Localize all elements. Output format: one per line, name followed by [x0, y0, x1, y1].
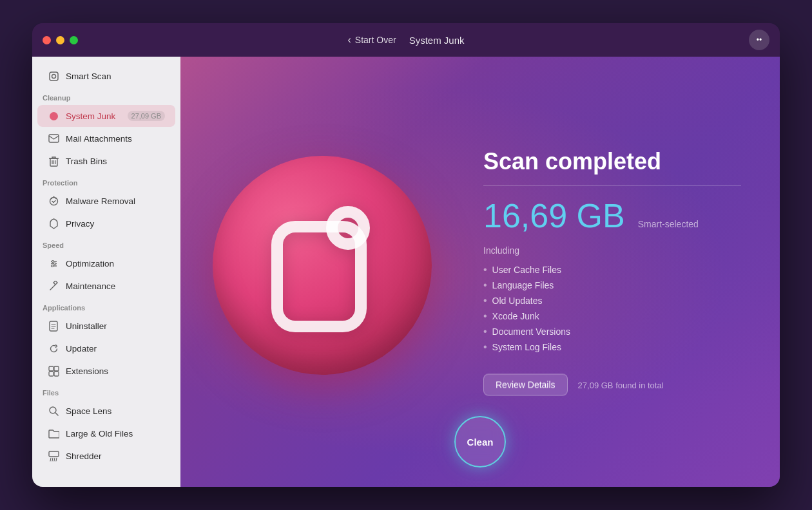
sidebar-item-trash-bins[interactable]: Trash Bins — [37, 150, 175, 172]
malware-icon — [48, 195, 59, 207]
svg-rect-21 — [54, 372, 59, 376]
start-over-label: Start Over — [355, 35, 396, 45]
orb — [213, 156, 432, 375]
svg-point-1 — [52, 74, 55, 78]
svg-line-26 — [52, 458, 53, 461]
trash-icon — [48, 155, 59, 167]
dots-icon: •• — [757, 35, 762, 44]
svg-rect-20 — [49, 372, 53, 376]
malware-removal-label: Malware Removal — [66, 196, 165, 206]
large-files-icon — [48, 428, 59, 439]
info-panel: Scan completed 16,69 GB Smart-selected I… — [483, 148, 741, 396]
sidebar-item-privacy[interactable]: Privacy — [37, 212, 175, 234]
clean-button[interactable]: Clean — [454, 416, 506, 468]
content-area: Scan completed 16,69 GB Smart-selected I… — [180, 57, 780, 487]
maintenance-label: Maintenance — [66, 281, 165, 291]
main-content: Smart Scan Cleanup System Junk 27,09 GB — [32, 57, 780, 487]
sidebar-item-large-old-files[interactable]: Large & Old Files — [37, 422, 175, 444]
found-total-text: 27,09 GB found in total — [578, 380, 664, 390]
system-junk-badge: 27,09 GB — [128, 111, 165, 121]
list-item: Old Updates — [483, 293, 741, 308]
extensions-label: Extensions — [66, 366, 165, 376]
including-label: Including — [483, 245, 741, 256]
sidebar-item-space-lens[interactable]: Space Lens — [37, 400, 175, 422]
sidebar-item-maintenance[interactable]: Maintenance — [37, 275, 175, 297]
scan-title: Scan completed — [483, 148, 741, 175]
system-junk-label: System Junk — [66, 111, 121, 121]
svg-point-8 — [50, 197, 52, 198]
svg-point-9 — [55, 197, 56, 198]
smart-scan-icon — [48, 70, 59, 82]
maintenance-icon — [48, 280, 59, 292]
section-label-applications: Applications — [32, 298, 180, 314]
divider — [483, 185, 741, 186]
main-window: ‹ Start Over System Junk •• Smart — [32, 23, 780, 487]
trash-bins-label: Trash Bins — [66, 156, 165, 166]
sidebar-item-updater[interactable]: Updater — [37, 337, 175, 359]
illustration — [213, 156, 445, 388]
svg-rect-24 — [49, 451, 59, 457]
svg-line-28 — [56, 458, 57, 461]
sidebar: Smart Scan Cleanup System Junk 27,09 GB — [32, 57, 180, 487]
smart-selected-label: Smart-selected — [638, 219, 699, 229]
size-value: 16,69 GB — [483, 199, 625, 232]
privacy-label: Privacy — [66, 219, 165, 229]
svg-point-2 — [50, 112, 58, 120]
more-options-button[interactable]: •• — [749, 30, 769, 50]
svg-rect-0 — [50, 72, 58, 80]
svg-point-15 — [53, 263, 55, 265]
minimize-button[interactable] — [56, 36, 64, 44]
sidebar-item-extensions[interactable]: Extensions — [37, 360, 175, 382]
clean-button-wrapper: Clean — [454, 416, 506, 468]
svg-rect-18 — [49, 366, 53, 371]
traffic-lights — [43, 36, 78, 44]
uninstaller-label: Uninstaller — [66, 321, 165, 331]
svg-line-23 — [55, 413, 58, 415]
list-item: Document Versions — [483, 324, 741, 339]
updater-label: Updater — [66, 344, 165, 354]
list-item: User Cache Files — [483, 262, 741, 278]
sidebar-item-malware-removal[interactable]: Malware Removal — [37, 190, 175, 212]
space-lens-icon — [48, 405, 59, 417]
junk-list: User Cache Files Language Files Old Upda… — [483, 262, 741, 355]
system-junk-icon — [48, 110, 59, 122]
extensions-icon — [48, 365, 59, 377]
svg-rect-3 — [49, 135, 59, 142]
mail-attachments-label: Mail Attachments — [66, 134, 165, 144]
sidebar-item-mail-attachments[interactable]: Mail Attachments — [37, 128, 175, 149]
start-over-button[interactable]: ‹ Start Over — [348, 34, 396, 46]
list-item: System Log Files — [483, 339, 741, 355]
updater-icon — [48, 343, 59, 354]
svg-point-14 — [52, 260, 53, 262]
large-old-files-label: Large & Old Files — [66, 429, 165, 439]
sidebar-item-shredder[interactable]: Shredder — [37, 445, 175, 467]
svg-line-25 — [50, 458, 51, 461]
shredder-label: Shredder — [66, 451, 165, 461]
shredder-icon — [48, 450, 59, 462]
optimization-icon — [48, 258, 59, 269]
sidebar-item-system-junk[interactable]: System Junk 27,09 GB — [37, 105, 175, 127]
sidebar-item-uninstaller[interactable]: Uninstaller — [37, 315, 175, 337]
titlebar-center: ‹ Start Over System Junk — [348, 34, 465, 46]
titlebar: ‹ Start Over System Junk •• — [32, 23, 780, 57]
close-button[interactable] — [43, 36, 51, 44]
section-label-cleanup: Cleanup — [32, 88, 180, 104]
svg-line-27 — [54, 458, 55, 461]
privacy-icon — [48, 218, 59, 229]
section-label-files: Files — [32, 382, 180, 399]
svg-point-16 — [51, 265, 53, 267]
svg-point-10 — [53, 196, 54, 197]
optimization-label: Optimization — [66, 259, 165, 269]
smart-scan-label: Smart Scan — [66, 71, 165, 81]
sidebar-item-optimization[interactable]: Optimization — [37, 252, 175, 274]
chevron-left-icon: ‹ — [348, 34, 351, 46]
section-label-speed: Speed — [32, 235, 180, 252]
sidebar-item-smart-scan[interactable]: Smart Scan — [37, 65, 175, 87]
section-label-protection: Protection — [32, 173, 180, 189]
window-title: System Junk — [409, 35, 465, 46]
fullscreen-button[interactable] — [70, 36, 78, 44]
svg-rect-19 — [54, 366, 59, 371]
actions-row: Review Details 27,09 GB found in total — [483, 374, 741, 396]
list-item: Language Files — [483, 278, 741, 293]
review-details-button[interactable]: Review Details — [483, 374, 568, 396]
